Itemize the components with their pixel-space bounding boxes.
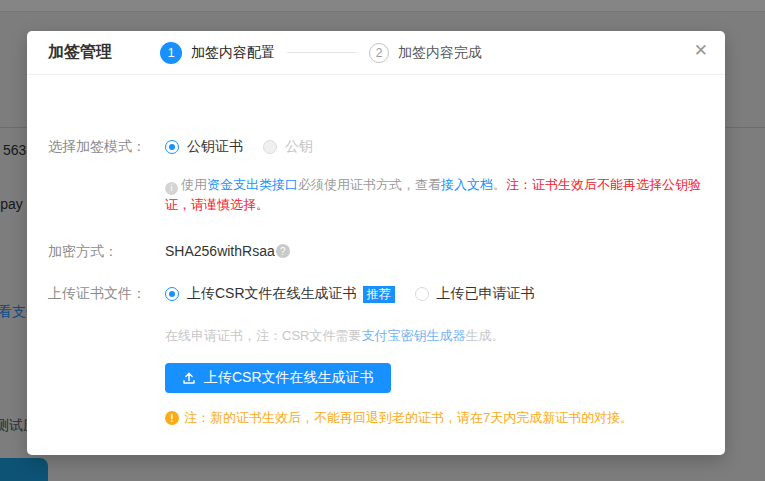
csr-hint-text: 在线申请证书，注：CSR文件需要支付宝密钥生成器生成。 — [165, 327, 504, 345]
sign-management-modal: 加签管理 1 加签内容配置 2 加签内容完成 ✕ 选择加签模式： 公钥证书 公钥… — [27, 31, 725, 455]
mode-label: 选择加签模式： — [48, 138, 146, 156]
radio-public-key-cert-label[interactable]: 公钥证书 — [187, 138, 243, 156]
radio-existing-cert[interactable] — [415, 287, 429, 301]
radio-public-key — [263, 140, 277, 154]
info-icon: i — [165, 182, 178, 195]
upload-radio-group: 上传CSR文件在线生成证书 推荐 上传已申请证书 — [165, 285, 535, 303]
step-1-label: 加签内容配置 — [191, 44, 275, 62]
upload-csr-button-label: 上传CSR文件在线生成证书 — [204, 369, 374, 387]
upload-label: 上传证书文件： — [48, 285, 146, 303]
cert-switch-note-text: 注：新的证书生效后，不能再回退到老的证书，请在7天内完成新证书的对接。 — [184, 409, 633, 427]
modal-title: 加签管理 — [48, 42, 112, 63]
info-gray-2: 必须使用证书方式，查看 — [298, 177, 441, 192]
step-1-circle: 1 — [160, 42, 182, 64]
radio-public-key-cert[interactable] — [165, 140, 179, 154]
screen: 563 lipay 查看支付 测试应用 加签管理 1 加签内容配置 2 加签内容… — [0, 0, 765, 481]
hint-gray-2: 生成。 — [465, 328, 504, 343]
close-icon[interactable]: ✕ — [694, 42, 708, 59]
steps-indicator: 1 加签内容配置 2 加签内容完成 — [160, 42, 482, 64]
recommended-badge: 推荐 — [363, 286, 395, 303]
step-connector-line — [287, 52, 357, 53]
upload-icon — [182, 371, 196, 385]
hint-gray-1: 在线申请证书，注：CSR文件需要 — [165, 328, 361, 343]
radio-existing-cert-label[interactable]: 上传已申请证书 — [437, 285, 535, 303]
step-2-label: 加签内容完成 — [398, 44, 482, 62]
step-2-circle: 2 — [369, 43, 389, 63]
modal-header: 加签管理 1 加签内容配置 2 加签内容完成 ✕ — [27, 31, 725, 75]
encrypt-value-row: SHA256withRsaa ? — [165, 243, 290, 259]
mode-info-text: i使用资金支出类接口必须使用证书方式，查看接入文档。注：证书生效后不能再选择公钥… — [165, 175, 725, 214]
cert-switch-note: ! 注：新的证书生效后，不能再回退到老的证书，请在7天内完成新证书的对接。 — [165, 409, 633, 427]
encrypt-label: 加密方式： — [48, 243, 118, 261]
radio-public-key-label: 公钥 — [285, 138, 313, 156]
upload-csr-button[interactable]: 上传CSR文件在线生成证书 — [165, 363, 391, 393]
fund-api-link[interactable]: 资金支出类接口 — [207, 177, 298, 192]
keygen-tool-link[interactable]: 支付宝密钥生成器 — [361, 328, 465, 343]
warning-icon: ! — [165, 411, 179, 425]
help-icon[interactable]: ? — [276, 244, 290, 258]
encrypt-value: SHA256withRsaa — [165, 243, 275, 259]
radio-csr-online[interactable] — [165, 287, 179, 301]
mode-radio-group: 公钥证书 公钥 — [165, 138, 313, 156]
info-gray-1: 使用 — [181, 177, 207, 192]
radio-csr-online-label[interactable]: 上传CSR文件在线生成证书 — [187, 285, 357, 303]
docs-link[interactable]: 接入文档 — [441, 177, 493, 192]
info-gray-3: 。 — [493, 177, 506, 192]
